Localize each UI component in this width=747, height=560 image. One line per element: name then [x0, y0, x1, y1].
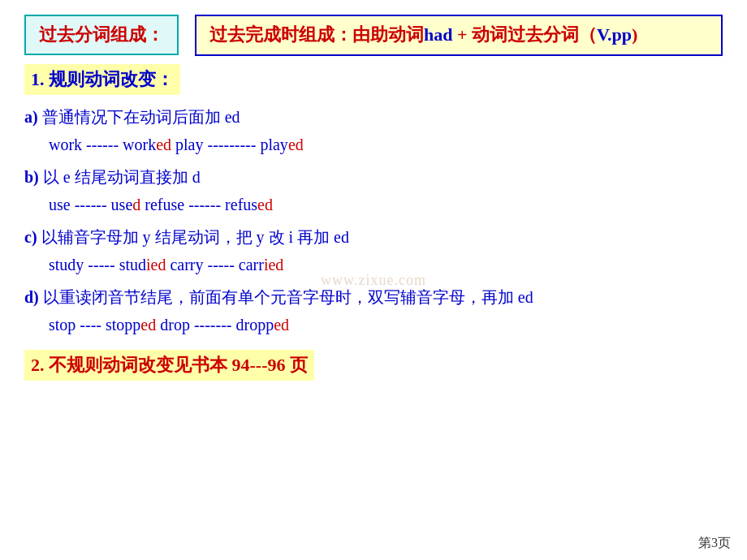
rule-d-ex2-suffix: ed: [274, 316, 289, 334]
rule-d-label: d): [24, 288, 39, 306]
rule-d-examples: stop ---- stopped drop ------- dropped: [49, 311, 723, 338]
section1-heading: 1. 规则动词改变：: [24, 64, 180, 95]
rule-d: d) 以重读闭音节结尾，前面有单个元音字母时，双写辅音字母，再加 ed stop…: [24, 283, 723, 338]
rule-c-desc-text: 以辅音字母加 y 结尾动词，把 y 改 i 再加 ed: [41, 228, 349, 246]
rule-b-ex1-suffix: d: [132, 196, 140, 213]
rule-a-label: a): [24, 108, 38, 126]
rule-b: b) 以 e 结尾动词直接加 d use ------ used refuse …: [24, 163, 723, 218]
section2-heading: 2. 不规则动词改变见书本 94---96 页: [24, 350, 314, 381]
rule-b-ex2-suffix: ed: [257, 196, 273, 213]
top-row: 过去分词组成： 过去完成时组成：由助动词had + 动词过去分词（V.pp): [24, 15, 723, 56]
rule-d-desc-text: 以重读闭音节结尾，前面有单个元音字母时，双写辅音字母，再加 ed: [43, 288, 533, 306]
rule-b-ex2-prefix: refuse ------ refus: [145, 196, 257, 213]
rule-a-ex1-prefix: work ------ work: [49, 136, 156, 153]
rule-a-desc-text: 普通情况下在动词后面加 ed: [42, 108, 240, 126]
rule-a-ex2-prefix: play --------- play: [175, 136, 288, 153]
content-area: a) 普通情况下在动词后面加 ed work ------ worked pla…: [24, 103, 723, 338]
rule-a-ex2-suffix: ed: [288, 136, 304, 153]
rule-c-ex2-suffix: ied: [264, 256, 283, 274]
rule-d-ex1-suffix: ed: [140, 316, 156, 334]
vpp-text: V.pp: [597, 24, 632, 45]
rule-a-examples: work ------ worked play --------- played: [49, 131, 723, 158]
rule-d-ex2-prefix: drop ------- dropp: [160, 316, 274, 334]
rule-a: a) 普通情况下在动词后面加 ed work ------ worked pla…: [24, 103, 723, 158]
rule-c-label: c): [24, 228, 37, 246]
page-number: 第3页: [698, 535, 731, 552]
box-left: 过去分词组成：: [24, 15, 179, 55]
rule-c-ex2-prefix: carry ----- carr: [170, 256, 263, 274]
rule-b-examples: use ------ used refuse ------ refused: [49, 191, 723, 218]
rule-c: c) 以辅音字母加 y 结尾动词，把 y 改 i 再加 ed study ---…: [24, 223, 723, 278]
rule-a-ex1-suffix: ed: [156, 136, 171, 153]
rule-b-desc-text: 以 e 结尾动词直接加 d: [43, 168, 201, 186]
main-container: www.zixue.com 过去分词组成： 过去完成时组成：由助动词had + …: [0, 0, 747, 560]
rule-b-ex1-prefix: use ------ use: [49, 196, 132, 213]
rule-c-examples: study ----- studied carry ----- carried: [49, 251, 723, 278]
rule-c-ex1-suffix: ied: [146, 256, 166, 274]
rule-b-label: b): [24, 168, 39, 186]
had-text: had: [424, 24, 452, 45]
box-right-text: 过去完成时组成：由助动词had + 动词过去分词（V.pp): [209, 24, 637, 45]
rule-d-ex1-prefix: stop ---- stopp: [49, 316, 140, 334]
box-right: 过去完成时组成：由助动词had + 动词过去分词（V.pp): [195, 15, 723, 56]
rule-c-ex1-prefix: study ----- stud: [49, 256, 146, 274]
